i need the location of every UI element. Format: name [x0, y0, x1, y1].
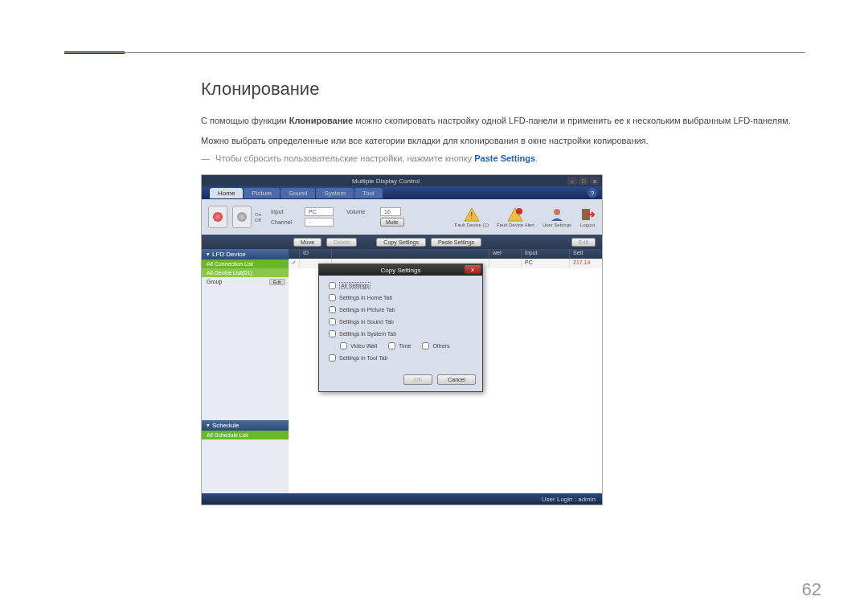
fault-alert-icon[interactable]: Fault Device Alert	[497, 207, 534, 227]
on-label: On	[255, 212, 261, 217]
note-text: Чтобы сбросить пользовательские настройк…	[215, 153, 474, 163]
sidebar-schedule-header[interactable]: Schedule	[202, 420, 289, 431]
chk-home-tab[interactable]: Settings in Home Tab	[329, 294, 473, 301]
chk-system-tab[interactable]: Settings in System Tab	[329, 330, 473, 337]
tab-system[interactable]: System	[316, 188, 354, 198]
svg-point-3	[516, 208, 522, 215]
window-titlebar: Multiple Display Control – □ x	[202, 175, 602, 186]
note-line: ― Чтобы сбросить пользовательские настро…	[201, 153, 805, 163]
tab-sound[interactable]: Sound	[280, 188, 315, 198]
sidebar-all-devices[interactable]: All Device List(01)	[202, 268, 289, 277]
status-bar: User Login : admin	[202, 493, 602, 505]
sidebar-group-area	[202, 287, 289, 420]
tab-picture[interactable]: Picture	[244, 188, 280, 198]
chk-all-settings[interactable]: All Settings	[329, 282, 473, 289]
off-label: Off	[255, 218, 261, 223]
dialog-ok-button[interactable]: OK	[403, 374, 432, 385]
chk-video-wall[interactable]: Video Wall	[340, 342, 377, 349]
chk-home-input[interactable]	[329, 294, 336, 301]
app-toolbar: On Off Input PC Channel – Volume 16	[202, 199, 602, 235]
sidebar-group-row: Group Edit	[202, 277, 289, 287]
chk-others[interactable]: Others	[422, 342, 449, 349]
paste-settings-link[interactable]: Paste Settings	[474, 153, 535, 163]
power-off-icon	[237, 212, 247, 222]
close-button[interactable]: x	[590, 177, 600, 185]
maximize-button[interactable]: □	[579, 177, 588, 185]
chk-time[interactable]: Time	[388, 342, 411, 349]
sidebar-lfd-header[interactable]: LFD Device	[202, 249, 289, 260]
grid-cell-check[interactable]	[289, 259, 300, 268]
sidebar-group-label: Group	[207, 279, 222, 285]
input-select[interactable]: PC	[305, 207, 334, 216]
dialog-buttons: OK Cancel	[319, 370, 482, 391]
help-button[interactable]: ?	[588, 188, 597, 198]
svg-text:!: !	[470, 211, 473, 220]
page-header-rule	[64, 51, 805, 53]
svg-point-4	[554, 209, 560, 215]
grid-col-sett: Sett	[570, 249, 602, 259]
document-content: Клонирование С помощью функции Клонирова…	[201, 79, 805, 505]
grid-col-gap	[332, 249, 489, 259]
chk-tool-tab[interactable]: Settings in Tool Tab	[329, 354, 473, 362]
channel-label: Channel	[271, 219, 301, 225]
chk-vw-input[interactable]	[340, 342, 347, 349]
power-icon	[213, 212, 223, 222]
chk-others-input[interactable]	[422, 342, 429, 349]
note-dash: ―	[201, 153, 210, 163]
chk-sound-input[interactable]	[329, 318, 336, 325]
mute-button[interactable]: Mute	[380, 218, 404, 227]
power-on-button[interactable]	[208, 206, 227, 228]
grid-col-check	[289, 249, 300, 259]
copy-settings-button[interactable]: Copy Settings	[376, 238, 426, 247]
chk-tool-input[interactable]	[329, 354, 336, 362]
para1-pre: С помощью функции	[201, 116, 289, 125]
header-line	[64, 52, 805, 53]
dialog-cancel-button[interactable]: Cancel	[437, 374, 476, 385]
sidebar-all-connections[interactable]: All Connection List	[202, 260, 289, 268]
channel-select[interactable]: –	[305, 218, 334, 227]
power-off-button[interactable]	[232, 206, 252, 228]
window-title: Multiple Display Control	[352, 178, 420, 185]
user-settings-icon[interactable]: User Settings	[542, 207, 571, 227]
para1-bold: Клонирование	[289, 116, 353, 125]
dialog-close-button[interactable]: x	[465, 265, 481, 274]
chk-picture-input[interactable]	[329, 306, 336, 313]
main-tabs: Home Picture Sound System Tool	[210, 188, 383, 198]
sidebar-edit-button[interactable]: Edit	[269, 279, 285, 285]
chk-time-input[interactable]	[388, 342, 395, 349]
chk-system-input[interactable]	[329, 330, 336, 337]
dialog-body: All Settings Settings in Home Tab Settin…	[319, 276, 482, 370]
minimize-button[interactable]: –	[567, 177, 577, 185]
page-heading: Клонирование	[201, 79, 805, 100]
action-button-row: Move Delete Copy Settings Paste Settings…	[202, 235, 602, 249]
edit-button-top[interactable]: Edit	[571, 238, 596, 247]
chk-sound-tab[interactable]: Settings in Sound Tab	[329, 318, 473, 325]
tab-tool[interactable]: Tool	[354, 188, 383, 198]
window-buttons: – □ x	[567, 177, 600, 185]
grid-cell-pwr	[489, 259, 522, 268]
sidebar-all-schedule[interactable]: All Schedule List	[202, 431, 289, 439]
input-label: Input	[271, 209, 301, 215]
volume-value[interactable]: 16	[380, 207, 401, 216]
app-screenshot: Multiple Display Control – □ x Home Pict…	[201, 174, 603, 505]
tab-home[interactable]: Home	[210, 188, 243, 198]
toolbar-icons: !Fault Device (1) Fault Device Alert Use…	[455, 207, 596, 227]
grid-col-pwr: wer	[489, 249, 522, 259]
grid-cell-input: PC	[522, 259, 570, 268]
para1-post: можно скопировать настройку одной LFD-па…	[353, 116, 791, 125]
move-button[interactable]: Move	[293, 238, 321, 247]
paste-settings-button[interactable]: Paste Settings	[431, 238, 481, 247]
sidebar: LFD Device All Connection List All Devic…	[202, 249, 289, 493]
chk-picture-tab[interactable]: Settings in Picture Tab	[329, 306, 473, 313]
volume-label: Volume	[346, 209, 377, 215]
logout-icon[interactable]: Logout	[579, 207, 596, 227]
paragraph-2: Можно выбрать определенные или все катег…	[201, 134, 805, 148]
fault-device-icon[interactable]: !Fault Device (1)	[455, 207, 489, 227]
status-login: User Login : admin	[542, 496, 596, 503]
delete-button[interactable]: Delete	[326, 238, 357, 247]
chk-all-input[interactable]	[329, 282, 336, 289]
page-number: 62	[802, 579, 821, 600]
grid-cell-sett: 217.14	[570, 259, 602, 268]
grid-col-input: Input	[522, 249, 570, 259]
copy-settings-dialog: Copy Settings x All Settings Settings in…	[318, 264, 483, 392]
